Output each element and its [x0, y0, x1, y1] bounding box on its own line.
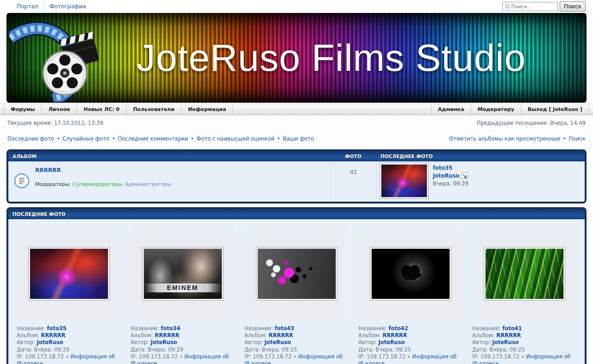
photo-album-label: Альбом:: [244, 332, 267, 339]
photo-album-link[interactable]: RRRRRR: [268, 332, 293, 339]
photo-image-foto35[interactable]: [30, 248, 108, 299]
nav-tab-admin[interactable]: Админка: [431, 104, 471, 115]
quicklink-top-rated[interactable]: Фото с наивысшей оценкой: [197, 136, 275, 142]
photo-thumbnail[interactable]: [28, 247, 110, 301]
quicklink-random-photos[interactable]: Случайные фото: [62, 136, 109, 142]
photo-author-label: Автор:: [131, 339, 149, 345]
quicklink-your-photos[interactable]: Ваши фото: [283, 136, 314, 142]
current-time-text: Текущее время: 17.10.2012, 13:39: [7, 120, 103, 126]
quicklink-mark-viewed[interactable]: Отметить альбомы как просмотренные: [449, 136, 560, 142]
moderator-link-supermoderators[interactable]: Супермодераторы: [72, 181, 122, 187]
bullet-separator: •: [112, 136, 115, 142]
last-photo-image[interactable]: [381, 164, 427, 197]
main-navigation: Форумы Личное Новых ЛС: 0 Пользователи И…: [0, 104, 593, 115]
photo-image-foto42[interactable]: [371, 248, 450, 299]
moderators-separator: ,: [122, 181, 124, 187]
photo-ip-value: 109.173.18.72: [253, 353, 292, 360]
photo-album-link[interactable]: RRRRRR: [496, 332, 521, 339]
bullet-separator: •: [191, 136, 194, 142]
album-panel: АЛЬБОМ ФОТО ПОСЛЕДНЕЕ ФОТО RRRRRR: [6, 149, 587, 204]
photo-ip-value: 109.173.18.72: [25, 353, 64, 360]
album-name-link[interactable]: RRRRRR: [35, 167, 61, 173]
top-bar: Портал Фотографии Поиск: [0, 0, 593, 13]
photo-date-value: Вчера, 09:25: [489, 346, 525, 353]
photo-album-link[interactable]: RRRRRR: [155, 332, 179, 339]
topbar-link-portal[interactable]: Портал: [17, 3, 38, 10]
nav-tab-users[interactable]: Пользователи: [126, 104, 181, 115]
last-photo-title-link[interactable]: foto35: [433, 165, 468, 171]
last-photo-thumbnail[interactable]: [380, 163, 429, 199]
arrow-separator: »: [180, 353, 183, 360]
photo-album-label: Альбом:: [358, 332, 381, 339]
topbar-divider: [44, 3, 44, 10]
quicklink-search[interactable]: Поиск: [569, 136, 586, 142]
photo-name-label: Название:: [472, 325, 501, 332]
photo-name-link[interactable]: foto34: [161, 325, 180, 332]
photo-album-label: Альбом:: [131, 332, 153, 339]
quicklink-latest-photos[interactable]: Последние фото: [7, 136, 54, 142]
nav-tab-info[interactable]: Информация: [181, 104, 233, 115]
photo-date-label: Дата:: [17, 346, 32, 353]
bullet-separator: •: [563, 136, 566, 142]
photo-name-link[interactable]: foto41: [502, 325, 522, 332]
photo-date-value: Вчера, 09:25: [262, 346, 297, 353]
photo-card: Название: foto41 Альбом: RRRRRR Автор: J…: [472, 226, 576, 364]
photo-card: EMINEM Название: foto34 Альбом: RRRRRR А…: [131, 226, 235, 364]
photo-author-label: Автор:: [17, 339, 35, 345]
photo-album-link[interactable]: RRRRRR: [382, 332, 407, 339]
search-input[interactable]: [511, 4, 556, 10]
photo-card: Название: foto42 Альбом: RRRRRR Автор: J…: [358, 226, 462, 364]
search-icon: [505, 4, 510, 10]
photo-image-foto43[interactable]: [257, 248, 336, 299]
album-photo-count: 42: [330, 161, 376, 202]
nav-tab-personal[interactable]: Личное: [41, 104, 76, 115]
photo-date-label: Дата:: [358, 346, 374, 353]
photo-thumbnail[interactable]: EMINEM: [142, 247, 224, 301]
moderators-label: Модераторы:: [35, 181, 71, 187]
photo-name-label: Название:: [358, 325, 387, 332]
photo-thumbnail[interactable]: [256, 247, 337, 301]
photo-ip-label: IP:: [244, 353, 251, 360]
moderator-link-administrators[interactable]: Администраторы: [125, 181, 171, 187]
photo-image-foto41[interactable]: [485, 248, 564, 299]
nav-tab-logout[interactable]: Выход [ JoteRuso ]: [521, 104, 589, 115]
nav-tab-new-pm[interactable]: Новых ЛС: 0: [76, 104, 126, 115]
column-header-album: АЛЬБОМ: [8, 154, 330, 159]
photo-name-link[interactable]: foto42: [388, 325, 408, 332]
nav-tab-forums[interactable]: Форумы: [4, 104, 41, 115]
last-photo-date: Вчера, 09:29: [433, 180, 468, 187]
photo-name-label: Название:: [17, 325, 45, 332]
photo-ip-value: 109.173.18.72: [139, 353, 178, 360]
photo-author-link[interactable]: JoteRuso: [37, 339, 63, 345]
photo-name-label: Название:: [244, 325, 273, 332]
last-visit-text: Предыдущее посещение: Вчера, 14:49: [477, 120, 586, 126]
photo-name-label: Название:: [131, 325, 159, 332]
photo-name-link[interactable]: foto35: [47, 325, 66, 332]
goto-last-photo-icon[interactable]: [461, 173, 468, 179]
site-banner: JoteRuso Films Studio: [6, 13, 587, 103]
photo-ip-value: 109.173.18.72: [481, 353, 519, 360]
photo-ip-label: IP:: [17, 353, 23, 360]
photo-author-link[interactable]: JoteRuso: [492, 339, 518, 345]
photo-author-label: Автор:: [472, 339, 491, 345]
gallery-quick-links: Последние фото • Случайные фото • Послед…: [7, 136, 314, 142]
latest-photos-title: ПОСЛЕДНИЕ ФОТО: [8, 211, 585, 217]
arrow-separator: »: [521, 353, 524, 360]
photo-author-link[interactable]: JoteRuso: [264, 339, 291, 345]
photo-image-foto34[interactable]: EMINEM: [144, 248, 222, 299]
topbar-link-photos[interactable]: Фотографии: [50, 3, 86, 10]
photo-author-link[interactable]: JoteRuso: [150, 339, 177, 345]
photo-thumbnail[interactable]: [484, 247, 565, 301]
photo-album-link[interactable]: RRRRRR: [41, 332, 65, 339]
last-photo-author-link[interactable]: JoteRuso: [433, 173, 459, 179]
quicklink-latest-comments[interactable]: Последние комментарии: [118, 136, 188, 142]
nav-tab-moderator[interactable]: Модератору: [471, 104, 521, 115]
photo-thumbnail[interactable]: [370, 247, 451, 301]
column-header-photo: ФОТО: [330, 154, 376, 159]
photo-date-label: Дата:: [131, 346, 146, 353]
photo-author-link[interactable]: JoteRuso: [378, 339, 405, 345]
search-button[interactable]: Поиск: [560, 1, 586, 12]
gallery-action-links: Отметить альбомы как просмотренные • Пои…: [449, 136, 586, 142]
photo-name-link[interactable]: foto43: [275, 325, 294, 332]
album-icon: [14, 173, 30, 189]
